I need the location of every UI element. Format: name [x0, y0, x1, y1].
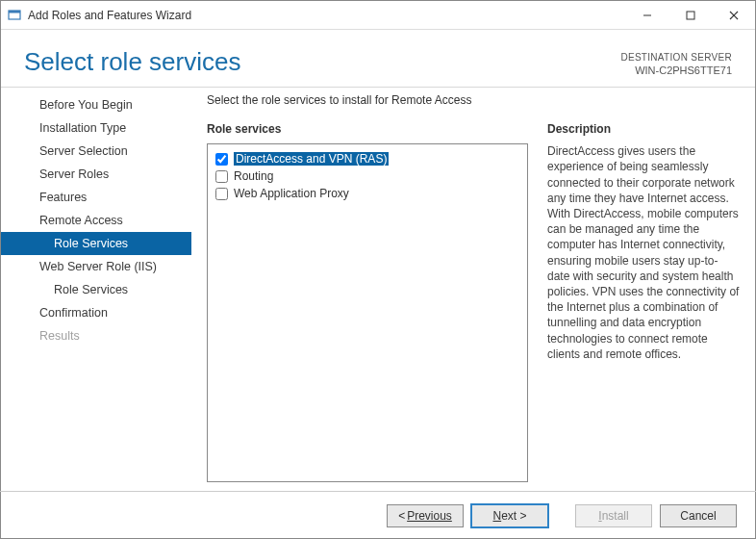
page-title: Select role services: [24, 47, 620, 77]
footer: < Previous Next > Install Cancel: [0, 491, 756, 539]
content: Before You BeginInstallation TypeServer …: [1, 88, 755, 482]
cancel-button[interactable]: Cancel: [660, 504, 737, 527]
description-heading: Description: [547, 122, 740, 136]
destination-server: DESTINATION SERVER WIN-C2PHS6TTE71: [620, 51, 732, 77]
close-button[interactable]: [712, 1, 755, 29]
header: Select role services DESTINATION SERVER …: [1, 30, 755, 87]
destination-name: WIN-C2PHS6TTE71: [620, 64, 732, 77]
sidebar-item-5[interactable]: Remote Access: [1, 209, 191, 232]
previous-button[interactable]: < Previous: [387, 504, 464, 527]
role-service-row-0[interactable]: DirectAccess and VPN (RAS): [214, 150, 521, 167]
sidebar-item-4[interactable]: Features: [1, 186, 191, 209]
role-service-label-1: Routing: [234, 169, 273, 183]
sidebar-item-10: Results: [1, 324, 191, 347]
sidebar-item-1[interactable]: Installation Type: [1, 116, 191, 140]
role-service-checkbox-2[interactable]: [215, 188, 228, 200]
role-service-row-2[interactable]: Web Application Proxy: [214, 185, 521, 202]
role-service-label-2: Web Application Proxy: [234, 187, 349, 200]
role-service-checkbox-1[interactable]: [215, 170, 228, 183]
sidebar-item-7[interactable]: Web Server Role (IIS): [1, 255, 191, 278]
role-services-listbox[interactable]: DirectAccess and VPN (RAS)RoutingWeb App…: [207, 143, 528, 482]
instruction-text: Select the role services to install for …: [207, 93, 740, 107]
sidebar-item-8[interactable]: Role Services: [1, 278, 191, 301]
role-service-label-0: DirectAccess and VPN (RAS): [234, 152, 389, 166]
install-label: nstall: [602, 509, 629, 523]
minimize-button[interactable]: [625, 1, 668, 29]
sidebar-item-9[interactable]: Confirmation: [1, 301, 191, 324]
maximize-button[interactable]: [668, 1, 712, 29]
sidebar-item-0[interactable]: Before You Begin: [1, 93, 191, 116]
svg-rect-3: [687, 12, 694, 19]
main-panel: Select the role services to install for …: [191, 88, 755, 482]
window-title: Add Roles and Features Wizard: [28, 9, 625, 22]
svg-rect-1: [9, 11, 20, 13]
wizard-sidebar: Before You BeginInstallation TypeServer …: [1, 88, 191, 482]
sidebar-item-3[interactable]: Server Roles: [1, 163, 191, 186]
previous-label: Previous: [407, 509, 452, 523]
role-services-heading: Role services: [207, 122, 528, 136]
app-icon: [7, 8, 22, 23]
role-service-checkbox-0[interactable]: [215, 153, 228, 166]
role-service-row-1[interactable]: Routing: [214, 167, 521, 185]
next-label: ext >: [501, 509, 526, 523]
destination-label: DESTINATION SERVER: [620, 51, 732, 64]
next-button[interactable]: Next >: [471, 504, 548, 527]
install-button: Install: [575, 504, 652, 527]
role-services-column: Role services DirectAccess and VPN (RAS)…: [207, 122, 528, 482]
description-column: Description DirectAccess gives users the…: [547, 122, 740, 482]
titlebar: Add Roles and Features Wizard: [1, 1, 755, 30]
sidebar-item-6[interactable]: Role Services: [1, 232, 191, 255]
description-text: DirectAccess gives users the experience …: [547, 143, 740, 362]
sidebar-item-2[interactable]: Server Selection: [1, 140, 191, 163]
